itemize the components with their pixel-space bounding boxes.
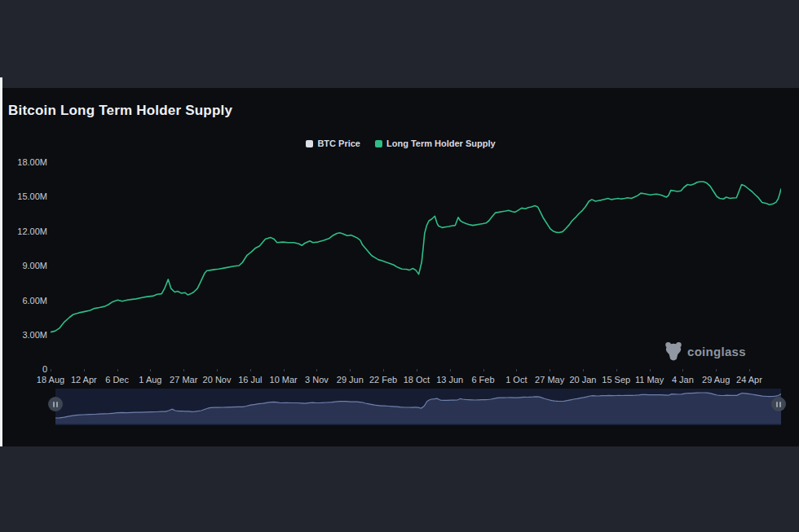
- chart-title: Bitcoin Long Term Holder Supply: [8, 103, 232, 119]
- x-axis-label: 1 Oct: [505, 375, 527, 385]
- x-axis-label: 11 May: [635, 375, 664, 385]
- chart-legend: BTC Price Long Term Holder Supply: [2, 138, 799, 148]
- x-axis-label: 3 Nov: [305, 375, 329, 385]
- x-axis-tick: [749, 369, 750, 372]
- navigator[interactable]: [55, 389, 781, 425]
- watermark-label: coinglass: [687, 345, 746, 358]
- navigator-area-chart: [55, 389, 781, 425]
- x-axis-tick: [383, 369, 384, 372]
- legend-label-btc-price: BTC Price: [317, 138, 360, 148]
- x-axis-tick: [583, 369, 584, 372]
- y-axis-label: 12.00M: [2, 226, 47, 236]
- x-axis-label: 15 Sep: [602, 375, 630, 385]
- coinglass-bear-icon: [664, 341, 682, 362]
- x-axis-tick: [183, 369, 184, 372]
- legend-label-lth-supply: Long Term Holder Supply: [386, 138, 496, 148]
- y-axis-label: 6.00M: [2, 296, 47, 306]
- x-axis-label: 13 Jun: [436, 375, 463, 385]
- x-axis-tick: [150, 369, 151, 372]
- chart-panel: Bitcoin Long Term Holder Supply BTC Pric…: [2, 88, 799, 446]
- legend-item-lth-supply[interactable]: Long Term Holder Supply: [375, 138, 496, 148]
- x-axis-label: 27 May: [535, 375, 564, 385]
- x-axis-label: 16 Jul: [238, 375, 262, 385]
- y-axis-label: 18.00M: [2, 157, 47, 167]
- x-axis-label: 29 Aug: [702, 375, 730, 385]
- x-axis-tick: [84, 369, 85, 372]
- navigator-right-handle[interactable]: [771, 397, 786, 411]
- watermark: coinglass: [664, 341, 746, 362]
- x-axis-label: 4 Jan: [672, 375, 694, 385]
- legend-marker-lth-supply: [375, 140, 382, 147]
- x-axis-tick: [117, 369, 118, 372]
- supply-line-chart[interactable]: [51, 162, 781, 369]
- x-axis-tick: [716, 369, 717, 372]
- x-axis-tick: [250, 369, 251, 372]
- navigator-left-handle[interactable]: [48, 397, 63, 411]
- x-axis-tick: [417, 369, 417, 372]
- x-axis-label: 27 Mar: [170, 375, 197, 385]
- legend-item-btc-price[interactable]: BTC Price: [306, 138, 360, 148]
- y-axis-label: 15.00M: [2, 191, 47, 201]
- y-axis-label: 9.00M: [2, 261, 47, 270]
- x-axis-tick: [550, 369, 550, 372]
- x-axis-label: 6 Feb: [471, 375, 494, 385]
- x-axis-label: 20 Jan: [569, 375, 596, 385]
- x-axis-label: 18 Oct: [404, 375, 430, 385]
- x-axis-tick: [51, 369, 51, 372]
- x-axis-tick: [350, 369, 351, 372]
- x-axis-tick: [450, 369, 451, 372]
- y-axis-label: 0: [2, 364, 47, 374]
- x-axis-label: 1 Aug: [139, 375, 161, 385]
- x-axis-tick: [483, 369, 484, 372]
- x-axis-label: 12 Apr: [71, 375, 97, 385]
- x-axis-tick: [284, 369, 285, 372]
- x-axis-tick: [516, 369, 517, 372]
- x-axis-label: 29 Jun: [337, 375, 364, 385]
- x-axis-label: 22 Feb: [369, 375, 397, 385]
- x-axis-label: 6 Dec: [105, 375, 129, 385]
- x-axis-tick: [650, 369, 651, 372]
- x-axis-tick: [682, 369, 683, 372]
- x-axis-label: 18 Aug: [37, 375, 64, 385]
- navigator-area-fill: [55, 393, 781, 424]
- x-axis-tick: [217, 369, 218, 372]
- y-axis-label: 3.00M: [2, 330, 47, 340]
- x-axis-tick: [316, 369, 317, 372]
- x-axis-label: 10 Mar: [270, 375, 298, 385]
- x-axis-tick: [616, 369, 617, 372]
- x-axis-label: 24 Apr: [736, 375, 762, 385]
- x-axis-label: 20 Nov: [203, 375, 232, 385]
- lth-supply-line: [51, 182, 781, 332]
- legend-marker-btc-price: [306, 140, 313, 147]
